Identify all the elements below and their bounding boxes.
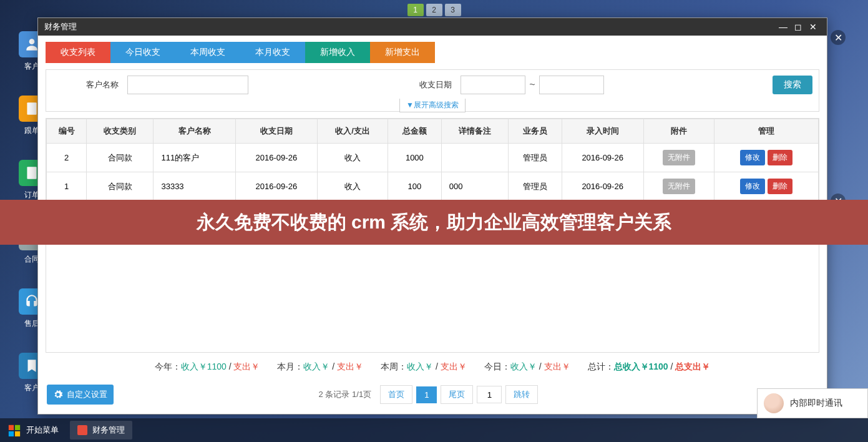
date-label: 收支日期 bbox=[411, 79, 461, 91]
cell: 100 bbox=[388, 172, 442, 201]
pagination: 2 条记录 1/1页 首页 1 尾页 跳转 bbox=[114, 385, 743, 404]
attachment-button[interactable]: 无附件 bbox=[663, 150, 695, 165]
search-bar: 客户名称 收支日期 ~ 搜索 bbox=[46, 69, 819, 99]
cell: 合同款 bbox=[87, 144, 154, 172]
customer-name-label: 客户名称 bbox=[52, 79, 127, 91]
tab-today[interactable]: 今日收支 bbox=[110, 42, 175, 63]
custom-settings-button[interactable]: 自定义设置 bbox=[47, 385, 114, 405]
desktop-page-2[interactable]: 2 bbox=[426, 4, 442, 16]
maximize-button[interactable]: ◻ bbox=[791, 21, 806, 33]
cell: 1000 bbox=[388, 144, 442, 172]
summary-bar: 今年：收入￥1100 / 支出￥ 本月：收入￥ / 支出￥ 本周：收入￥ / 支… bbox=[46, 353, 819, 381]
cell: 管理员 bbox=[508, 172, 562, 201]
window-title: 财务管理 bbox=[44, 21, 77, 32]
attachment-button[interactable]: 无附件 bbox=[663, 179, 695, 194]
tab-week[interactable]: 本周收支 bbox=[175, 42, 240, 63]
gear-icon bbox=[53, 390, 63, 400]
cell: 2016-09-26 bbox=[562, 172, 643, 201]
delete-button[interactable]: 删除 bbox=[768, 150, 792, 165]
avatar bbox=[764, 393, 784, 413]
app-icon bbox=[77, 425, 87, 435]
desktop-pager: 1 2 3 bbox=[407, 4, 461, 16]
col-header: 录入时间 bbox=[562, 119, 643, 144]
cell: 2 bbox=[47, 144, 87, 172]
page-input[interactable] bbox=[477, 386, 502, 403]
col-header: 总金额 bbox=[388, 119, 442, 144]
tilde: ~ bbox=[529, 79, 535, 91]
col-header: 收入/支出 bbox=[317, 119, 388, 144]
last-page-button[interactable]: 尾页 bbox=[441, 385, 473, 404]
table-row: 2合同款111的客户2016-09-26收入1000管理员2016-09-26无… bbox=[47, 144, 819, 172]
advanced-search-wrap: ▼展开高级搜索 bbox=[46, 99, 819, 112]
search-button[interactable]: 搜索 bbox=[773, 76, 812, 94]
tab-list[interactable]: 收支列表 bbox=[46, 42, 110, 63]
cell: 2016-09-26 bbox=[235, 172, 317, 201]
taskbar: 开始菜单 财务管理 bbox=[0, 418, 868, 442]
taskbar-item-finance[interactable]: 财务管理 bbox=[70, 421, 132, 440]
cell: 收入 bbox=[317, 144, 388, 172]
tab-bar: 收支列表 今日收支 本周收支 本月收支 新增收入 新增支出 bbox=[46, 42, 819, 63]
edit-button[interactable]: 修改 bbox=[740, 179, 765, 194]
titlebar[interactable]: 财务管理 — ◻ ✕ bbox=[38, 18, 827, 36]
windows-logo-icon bbox=[7, 423, 21, 437]
cell: 000 bbox=[441, 172, 508, 201]
table-row: 1合同款333332016-09-26收入100000管理员2016-09-26… bbox=[47, 172, 819, 201]
advanced-search-toggle[interactable]: ▼展开高级搜索 bbox=[399, 99, 466, 112]
col-header: 管理 bbox=[714, 119, 819, 144]
start-menu-button[interactable]: 开始菜单 bbox=[0, 418, 66, 442]
cell: 111的客户 bbox=[154, 144, 235, 172]
delete-button[interactable]: 删除 bbox=[768, 179, 792, 194]
cell: 管理员 bbox=[508, 144, 562, 172]
col-header: 收支类别 bbox=[87, 119, 154, 144]
page-info: 2 条记录 1/1页 bbox=[319, 389, 372, 400]
tab-add-expense[interactable]: 新增支出 bbox=[370, 42, 435, 63]
date-from-input[interactable] bbox=[461, 76, 525, 94]
col-header: 详情备注 bbox=[441, 119, 508, 144]
promo-banner: 永久免费不收费的 crm 系统，助力企业高效管理客户关系 bbox=[0, 200, 868, 245]
date-to-input[interactable] bbox=[539, 76, 604, 94]
cell: 2016-09-26 bbox=[235, 144, 317, 172]
chat-label: 内部即时通讯 bbox=[790, 398, 842, 409]
col-header: 业务员 bbox=[508, 119, 562, 144]
close-icon[interactable]: ✕ bbox=[831, 30, 846, 45]
tab-month[interactable]: 本月收支 bbox=[240, 42, 305, 63]
col-header: 附件 bbox=[643, 119, 714, 144]
cell: 收入 bbox=[317, 172, 388, 201]
cell: 合同款 bbox=[87, 172, 154, 201]
svg-point-0 bbox=[29, 39, 35, 44]
pager-row: 自定义设置 2 条记录 1/1页 首页 1 尾页 跳转 bbox=[46, 381, 819, 408]
cell bbox=[441, 144, 508, 172]
current-page[interactable]: 1 bbox=[416, 386, 437, 403]
chat-widget[interactable]: 内部即时通讯 bbox=[757, 388, 868, 418]
tab-add-income[interactable]: 新增收入 bbox=[305, 42, 370, 63]
close-button[interactable]: ✕ bbox=[806, 21, 821, 33]
cell: 2016-09-26 bbox=[562, 144, 643, 172]
jump-button[interactable]: 跳转 bbox=[505, 385, 538, 404]
col-header: 收支日期 bbox=[235, 119, 317, 144]
minimize-button[interactable]: — bbox=[776, 21, 791, 33]
cell: 1 bbox=[47, 172, 87, 201]
svg-rect-2 bbox=[27, 167, 36, 179]
edit-button[interactable]: 修改 bbox=[740, 150, 765, 165]
first-page-button[interactable]: 首页 bbox=[380, 385, 412, 404]
col-header: 客户名称 bbox=[154, 119, 235, 144]
desktop-page-3[interactable]: 3 bbox=[445, 4, 461, 16]
svg-rect-1 bbox=[27, 102, 36, 115]
cell: 33333 bbox=[154, 172, 235, 201]
col-header: 编号 bbox=[47, 119, 87, 144]
customer-name-input[interactable] bbox=[127, 76, 248, 94]
desktop-page-1[interactable]: 1 bbox=[407, 4, 424, 16]
